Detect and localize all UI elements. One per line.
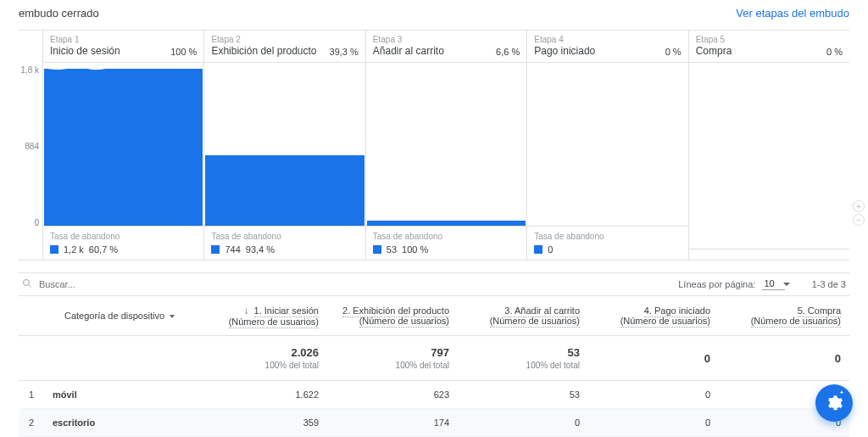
table-row[interactable]: 2escritorio359174000 [19, 409, 849, 437]
svg-point-0 [24, 280, 30, 286]
dimension-header[interactable]: Categoría de dispositivo [44, 296, 197, 336]
metric-cell: 0 [588, 381, 719, 409]
stage-index: Etapa 5 [696, 35, 732, 45]
search-input[interactable] [37, 278, 207, 290]
stage-footer: Tasa de abandono1,2 k60,7 % [43, 226, 203, 260]
total-cell: 0 [719, 336, 849, 381]
rows-per-page-label: Líneas por página: [678, 279, 755, 289]
stage-chart-area [527, 63, 687, 226]
stage-index: Etapa 3 [373, 35, 444, 45]
abandonment-value: 1,2 k60,7 % [50, 244, 197, 255]
stage-conversion-pct: 6,6 % [496, 47, 520, 57]
metric-cell: 623 [327, 381, 458, 409]
legend-swatch [211, 245, 220, 254]
stage-conversion-pct: 0 % [665, 47, 682, 57]
abandonment-value: 0 [534, 244, 681, 255]
stage-chart-area [204, 63, 364, 226]
stage-chart-area [366, 63, 526, 226]
table-search[interactable] [22, 278, 207, 290]
stage-name: Pago iniciado [534, 45, 595, 57]
trend-line [43, 63, 120, 77]
legend-swatch [534, 245, 542, 254]
row-index: 1 [19, 381, 44, 409]
search-icon [22, 278, 32, 290]
panel-header: embudo cerrado Ver etapas del embudo [0, 0, 868, 30]
metric-header[interactable]: 3. Añadir al carrito(Número de usuarios) [458, 296, 588, 336]
table-header-row: Categoría de dispositivo ↓1. Iniciar ses… [19, 296, 849, 336]
funnel-bar [367, 221, 526, 226]
data-table: Categoría de dispositivo ↓1. Iniciar ses… [19, 296, 849, 437]
y-tick: 1,8 k [20, 65, 39, 75]
funnel-bar [205, 155, 364, 226]
y-axis: 1,8 k 884 0 [19, 31, 42, 260]
abandonment-pct: 93,4 % [246, 244, 275, 255]
funnel-stage: Etapa 3Añadir al carrito6,6 %Tasa de aba… [365, 31, 526, 260]
stage-conversion-pct: 39,3 % [330, 47, 359, 57]
abandonment-label: Tasa de abandono [373, 232, 520, 241]
stage-header: Etapa 5Compra0 % [689, 31, 849, 63]
metric-header[interactable]: 5. Compra(Número de usuarios) [719, 296, 849, 336]
panel-title: embudo cerrado [19, 7, 99, 20]
stage-chart-area [43, 63, 203, 226]
funnel-stage: Etapa 1Inicio de sesión100 %Tasa de aban… [42, 31, 203, 260]
abandonment-count: 1,2 k [64, 244, 84, 255]
row-index: 2 [19, 409, 44, 437]
metric-cell: 359 [197, 409, 327, 437]
abandonment-label: Tasa de abandono [211, 232, 358, 241]
stage-index: Etapa 1 [50, 35, 120, 45]
metric-header[interactable]: ↓1. Iniciar sesión(Número de usuarios) [197, 296, 327, 336]
legend-swatch [373, 245, 381, 254]
total-cell: 797100% del total [327, 336, 458, 381]
dimension-cell: escritorio [44, 409, 197, 437]
abandonment-label: Tasa de abandono [534, 232, 681, 241]
stage-chart-area [689, 63, 849, 249]
stage-header: Etapa 4Pago iniciado0 % [527, 31, 687, 63]
stage-index: Etapa 2 [211, 35, 316, 45]
funnel-stage: Etapa 2Exhibición del producto39,3 %Tasa… [203, 31, 364, 260]
total-cell: 53100% del total [458, 336, 588, 381]
abandonment-value: 53100 % [373, 244, 520, 255]
metric-header[interactable]: 2. Exhibición del producto(Número de usu… [327, 296, 458, 336]
chevron-down-icon [170, 315, 175, 318]
legend-swatch [50, 245, 58, 254]
rows-per-page-select[interactable]: 10 [762, 278, 784, 290]
abandonment-count: 0 [548, 244, 553, 255]
zoom-out-button[interactable]: − [853, 214, 865, 226]
stage-header: Etapa 1Inicio de sesión100 % [43, 31, 203, 63]
stage-header: Etapa 2Exhibición del producto39,3 % [204, 31, 364, 63]
funnel-chart: 1,8 k 884 0 Etapa 1Inicio de sesión100 %… [19, 30, 849, 261]
metric-cell: 174 [327, 409, 458, 437]
stage-name: Exhibición del producto [211, 45, 316, 57]
zoom-in-button[interactable]: + [853, 200, 865, 212]
abandonment-count: 744 [225, 244, 240, 255]
abandonment-value: 74493,4 % [211, 244, 358, 255]
abandonment-count: 53 [387, 244, 397, 255]
sort-arrow-down-icon: ↓ [244, 305, 249, 317]
funnel-stage: Etapa 5Compra0 % [688, 31, 849, 260]
insights-fab-button[interactable] [815, 384, 853, 422]
total-cell: 2.026100% del total [197, 336, 327, 381]
stage-header: Etapa 3Añadir al carrito6,6 % [366, 31, 526, 63]
totals-row: 2.026100% del total797100% del total5310… [19, 336, 849, 381]
funnel-stage: Etapa 4Pago iniciado0 %Tasa de abandono0 [526, 31, 687, 260]
table-row[interactable]: 1móvil1.6226235300 [19, 381, 849, 409]
stage-footer: Tasa de abandono53100 % [366, 226, 526, 260]
stage-name: Inicio de sesión [50, 45, 120, 57]
stage-index: Etapa 4 [534, 35, 595, 45]
dimension-cell: móvil [44, 381, 197, 409]
svg-line-1 [29, 285, 31, 288]
stage-conversion-pct: 100 % [170, 47, 197, 57]
metric-header[interactable]: 4. Pago iniciado(Número de usuarios) [588, 296, 719, 336]
y-tick: 884 [25, 142, 39, 151]
funnel-bar [44, 69, 203, 226]
sparkle-icon [837, 389, 846, 398]
metric-cell: 0 [458, 409, 588, 437]
stage-footer: Tasa de abandono74493,4 % [204, 226, 364, 260]
abandonment-pct: 100 % [402, 244, 428, 255]
stage-footer: Tasa de abandono0 [527, 226, 687, 260]
view-funnel-stages-link[interactable]: Ver etapas del embudo [736, 7, 849, 20]
metric-cell: 0 [588, 409, 719, 437]
y-tick: 0 [34, 218, 39, 227]
zoom-controls: + − [853, 200, 865, 226]
row-range: 1-3 de 3 [812, 279, 846, 289]
